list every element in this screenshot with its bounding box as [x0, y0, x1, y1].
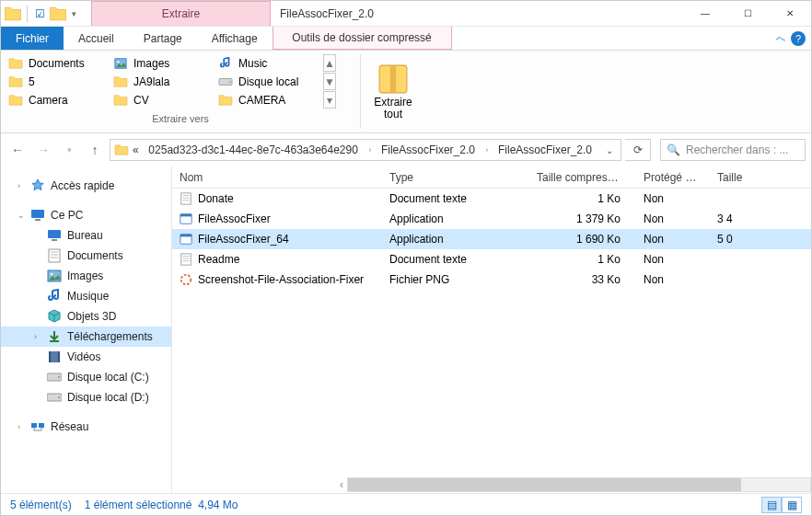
tree-quick-access[interactable]: › Accès rapide	[1, 176, 171, 196]
nav-up-button[interactable]: ↑	[84, 139, 106, 161]
tree-item[interactable]: Musique	[1, 286, 171, 306]
tree-item[interactable]: Disque local (C:)	[1, 367, 171, 387]
extract-target[interactable]: Camera	[6, 91, 111, 109]
drive-icon	[47, 390, 62, 405]
png-icon	[180, 273, 192, 286]
maximize-button[interactable]: ☐	[726, 1, 769, 26]
drive-icon	[47, 370, 62, 384]
ribbon: DocumentsImagesMusic5JA9lalaDisque local…	[1, 51, 811, 133]
search-icon: 🔍	[667, 143, 680, 156]
ribbon-group-label: Extraire vers	[6, 109, 354, 126]
extract-target[interactable]: JA9lala	[111, 73, 216, 91]
tab-file[interactable]: Fichier	[1, 27, 64, 50]
folder-icon	[8, 57, 23, 70]
tree-item[interactable]: Images	[1, 266, 171, 286]
tab-compressed-tools[interactable]: Outils de dossier compressé	[273, 27, 452, 50]
app-icon	[180, 233, 192, 246]
cube-icon	[47, 309, 62, 324]
down-icon	[47, 329, 62, 344]
tree-item[interactable]: ›Téléchargements	[1, 327, 171, 347]
gallery-up-button[interactable]: ▲	[323, 54, 336, 72]
extract-target[interactable]: Disque local	[216, 73, 321, 91]
column-compressed-size: Taille compressée	[529, 171, 636, 184]
extract-target[interactable]: 5	[6, 73, 111, 91]
column-type: Type	[382, 171, 529, 184]
qat-properties-button[interactable]: ☑	[33, 7, 46, 20]
help-button[interactable]: ?	[791, 31, 806, 46]
address-dropdown-button[interactable]: ⌄	[602, 145, 617, 155]
table-row[interactable]: FileAssocFixer_64Application1 690 KoNon5…	[172, 229, 811, 249]
ribbon-collapse-button[interactable]: へ	[776, 32, 785, 45]
extract-target[interactable]: Documents	[6, 54, 111, 73]
status-selection: 1 élément sélectionné 4,94 Mo	[85, 499, 238, 511]
gallery-down-button[interactable]: ▼	[323, 73, 336, 90]
column-headers[interactable]: Nom Type Taille compressée Protégé pa...…	[172, 166, 811, 189]
text-icon	[180, 192, 192, 205]
table-row[interactable]: FileAssocFixerApplication1 379 KoNon3 4	[172, 209, 811, 229]
tree-item[interactable]: Disque local (D:)	[1, 387, 171, 407]
folder-icon	[8, 94, 23, 107]
window-title: FileAssocFixer_2.0	[271, 1, 684, 26]
nav-back-button[interactable]: ←	[6, 139, 29, 161]
tree-item[interactable]: Documents	[1, 246, 171, 266]
folder-icon	[8, 75, 23, 88]
tree-item[interactable]: Vidéos	[1, 347, 171, 367]
search-input[interactable]: 🔍 Rechercher dans : ...	[660, 139, 806, 161]
network-icon	[30, 419, 45, 434]
tree-item[interactable]: Bureau	[1, 225, 171, 246]
column-protected: Protégé pa...	[636, 171, 710, 184]
view-details-button[interactable]: ▤	[761, 497, 782, 513]
file-list: DonateDocument texte1 KoNonFileAssocFixe…	[172, 189, 811, 476]
folder-icon	[113, 75, 128, 88]
extract-target[interactable]: CV	[111, 91, 216, 109]
table-row[interactable]: Screenshot-File-Association-FixerFichier…	[172, 269, 811, 290]
extract-target[interactable]: CAMERA	[216, 91, 321, 109]
tree-network[interactable]: › Réseau	[1, 417, 171, 437]
quick-access-toolbar: ☑ ▾	[1, 1, 91, 26]
horizontal-scrollbar[interactable]: ‹	[172, 476, 811, 493]
extract-target[interactable]: Music	[216, 54, 321, 73]
pic-icon	[47, 269, 62, 283]
minimize-button[interactable]: —	[684, 1, 726, 26]
breadcrumb-item[interactable]: FileAssocFixer_2.0	[488, 143, 592, 156]
column-size: Taille	[710, 171, 811, 184]
gallery-more-button[interactable]: ▾	[323, 91, 336, 109]
extract-targets-grid: DocumentsImagesMusic5JA9lalaDisque local…	[6, 54, 321, 109]
close-button[interactable]: ✕	[769, 1, 811, 26]
monitor-icon	[30, 208, 45, 223]
ribbon-tabs: Fichier Accueil Partage Affichage Outils…	[1, 27, 811, 51]
table-row[interactable]: ReadmeDocument texte1 KoNon	[172, 249, 811, 269]
folder-icon[interactable]	[5, 6, 21, 22]
pic-icon	[113, 57, 128, 70]
status-bar: 5 élément(s) 1 élément sélectionné 4,94 …	[1, 493, 811, 515]
table-row[interactable]: DonateDocument texte1 KoNon	[172, 189, 811, 209]
drive-icon	[218, 75, 233, 88]
film-icon	[47, 350, 62, 364]
nav-recent-button[interactable]: ▾	[58, 139, 80, 161]
refresh-button[interactable]: ⟳	[625, 139, 651, 161]
tab-view[interactable]: Affichage	[197, 27, 273, 50]
view-large-button[interactable]: ▦	[782, 497, 802, 513]
chevron-down-icon[interactable]: ▾	[72, 9, 76, 18]
star-icon	[30, 178, 45, 193]
archive-icon	[377, 63, 409, 95]
extract-target[interactable]: Images	[111, 54, 216, 73]
music-icon	[218, 57, 233, 70]
app-icon	[180, 212, 192, 225]
nav-forward-button[interactable]: →	[32, 139, 54, 161]
address-bar[interactable]: « 025ad323-d3c1-44ec-8e7c-463a3e64e290 ›…	[110, 139, 621, 161]
folder-icon	[114, 143, 129, 156]
breadcrumb-item[interactable]: 025ad323-d3c1-44ec-8e7c-463a3e64e290 ›	[139, 143, 372, 156]
status-item-count: 5 élément(s)	[10, 499, 72, 511]
folder-icon	[113, 94, 128, 107]
folder-icon[interactable]	[50, 6, 66, 22]
breadcrumb-item[interactable]: FileAssocFixer_2.0 ›	[371, 143, 488, 156]
tab-home[interactable]: Accueil	[64, 27, 129, 50]
tree-this-pc[interactable]: ⌄ Ce PC	[1, 205, 171, 225]
tree-item[interactable]: Objets 3D	[1, 306, 171, 327]
folder-icon	[218, 94, 233, 107]
extract-all-button[interactable]: Extraire tout	[361, 51, 425, 132]
monitor-icon	[47, 228, 62, 243]
text-icon	[47, 248, 62, 263]
tab-share[interactable]: Partage	[129, 27, 197, 50]
